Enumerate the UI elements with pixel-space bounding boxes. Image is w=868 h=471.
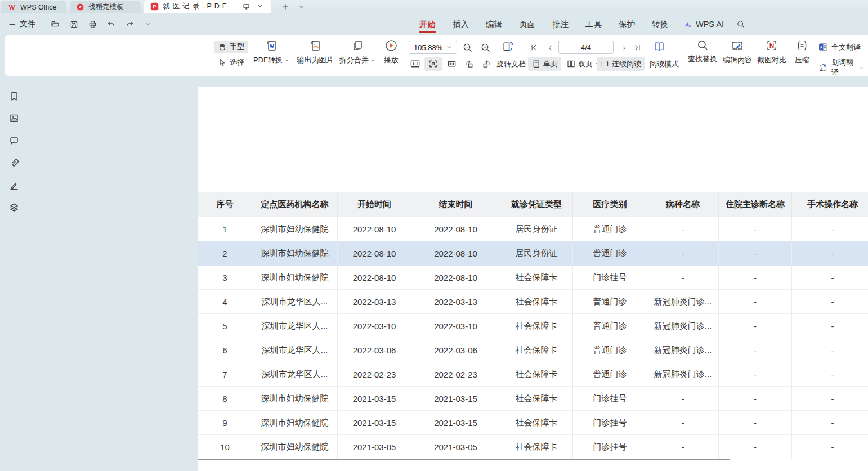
table-cell: 2022-08-10	[411, 266, 500, 290]
quickbar-chevron-icon[interactable]	[141, 17, 155, 31]
rotate-doc-label[interactable]: 旋转文档	[493, 57, 529, 71]
redo-icon[interactable]	[123, 17, 136, 31]
table-cell: 2022-08-10	[411, 241, 500, 266]
table-row[interactable]: 6深圳市龙华区人...2022-03-062022-03-06社会保障卡普通门诊…	[198, 338, 868, 362]
fit-page-button[interactable]	[424, 57, 442, 71]
actual-size-button[interactable]	[406, 57, 424, 71]
comment-icon[interactable]	[7, 133, 21, 148]
table-cell: 2021-03-15	[338, 387, 411, 411]
export-image-button[interactable]: 输出为图片	[293, 39, 338, 73]
first-page-button[interactable]	[527, 41, 541, 55]
rotate-left-icon	[464, 59, 475, 69]
tab-insert[interactable]: 插入	[444, 15, 477, 33]
select-tool-button[interactable]: 选择	[214, 56, 248, 69]
tab-tools[interactable]: 工具	[577, 15, 610, 33]
save-icon[interactable]	[67, 17, 80, 31]
table-row[interactable]: 7深圳市龙华区人...2022-02-232022-02-23社会保障卡普通门诊…	[198, 362, 868, 387]
table-cell: -	[719, 217, 792, 241]
tab-docer-templates[interactable]: 找稻壳模板	[70, 1, 141, 13]
table-cell: 4	[198, 290, 252, 314]
docer-icon	[76, 3, 84, 11]
table-row[interactable]: 5深圳市龙华区人...2022-03-102022-03-10社会保障卡普通门诊…	[198, 314, 868, 338]
thumbnail-icon[interactable]	[7, 111, 21, 125]
pdf-page[interactable]: 序号定点医药机构名称开始时间结束时间就诊凭证类型医疗类别病种名称住院主诊断名称手…	[198, 87, 868, 471]
table-cell: 新冠肺炎门诊...	[647, 362, 719, 387]
search-icon[interactable]	[734, 17, 748, 31]
fit-width-button[interactable]	[443, 57, 460, 71]
table-cell: 2022-03-13	[411, 290, 500, 314]
pdf-convert-button[interactable]: PDF转换	[250, 39, 293, 73]
bookmark-icon[interactable]	[7, 89, 21, 104]
page-number-input[interactable]	[558, 41, 614, 54]
tab-home[interactable]: 开始	[411, 15, 444, 33]
table-row[interactable]: 9深圳市妇幼保健院2021-03-152021-03-15社会保障卡门诊挂号--…	[198, 411, 868, 435]
hand-tool-button[interactable]: 手型	[214, 41, 248, 53]
monitor-icon[interactable]	[241, 2, 251, 12]
table-cell: -	[792, 290, 868, 314]
edit-content-button[interactable]: 编辑内容	[721, 39, 754, 73]
tab-pages[interactable]: 页面	[511, 15, 544, 33]
divider	[160, 19, 160, 29]
table-cell: 居民身份证	[500, 241, 573, 266]
zoom-level-value: 105.88%	[414, 43, 442, 52]
table-cell: 3	[198, 266, 252, 290]
table-row[interactable]: 10深圳市妇幼保健院2021-03-052021-03-05社会保障卡门诊挂号-…	[198, 435, 868, 459]
table-row[interactable]: 8深圳市妇幼保健院2021-03-152021-03-15社会保障卡门诊挂号--…	[198, 387, 868, 411]
continuous-read-button[interactable]: 连续阅读	[597, 57, 645, 71]
rotate-doc-icon[interactable]	[501, 39, 515, 53]
prev-page-button[interactable]	[543, 41, 557, 55]
split-merge-button[interactable]: 拆分合并	[335, 39, 379, 73]
close-icon[interactable]	[255, 2, 265, 12]
single-page-button[interactable]: 单页	[528, 57, 561, 71]
layers-icon[interactable]	[7, 200, 21, 215]
table-cell: -	[719, 435, 792, 459]
menu-row: 文件 开始 插入 编辑 页面 批注 工具 保护 转换 WPS AI	[0, 13, 868, 35]
read-mode-label[interactable]: 阅读模式	[646, 57, 682, 71]
table-row[interactable]: 3深圳市妇幼保健院2022-08-102022-08-10社会保障卡门诊挂号--…	[198, 266, 868, 290]
signature-icon[interactable]	[7, 178, 21, 193]
column-header: 开始时间	[338, 192, 411, 217]
chevron-down-icon	[284, 58, 289, 63]
tab-wps-ai[interactable]: WPS AI	[677, 20, 731, 29]
table-cell: 社会保障卡	[500, 290, 573, 314]
table-row[interactable]: 1深圳市妇幼保健院2022-08-102022-08-10居民身份证普通门诊--…	[198, 217, 868, 241]
word-translate-button[interactable]: 划词翻译	[814, 56, 868, 79]
tab-label: 就医记录.PDF	[163, 2, 237, 11]
table-row[interactable]: 2深圳市妇幼保健院2022-08-102022-08-10居民身份证普通门诊--…	[198, 241, 868, 266]
divider	[43, 19, 43, 29]
find-replace-button[interactable]: 查找替换	[686, 39, 719, 73]
table-cell: -	[719, 314, 792, 338]
play-button[interactable]: 播放	[378, 39, 404, 73]
file-menu-button[interactable]: 文件	[6, 19, 38, 29]
compress-button[interactable]: 压缩	[789, 39, 815, 73]
table-cell: 深圳市龙华区人...	[252, 338, 338, 362]
zoom-in-button[interactable]	[478, 41, 493, 55]
tab-list-chevron-icon[interactable]	[296, 2, 306, 12]
new-tab-button[interactable]	[280, 2, 290, 12]
tab-wps-office[interactable]: WPS Office	[1, 1, 66, 13]
screenshot-compare-button[interactable]: 截图对比	[754, 39, 789, 73]
table-cell: 2021-03-15	[338, 411, 411, 435]
tab-edit[interactable]: 编辑	[477, 15, 511, 33]
open-folder-icon[interactable]	[48, 17, 62, 31]
tab-comment[interactable]: 批注	[544, 15, 577, 33]
ribbon-toolbar: 手型 选择 PDF转换 输出为图片 拆分合并 播放 105.88% 旋转文档 单…	[5, 35, 868, 76]
last-page-button[interactable]	[630, 41, 645, 55]
file-menu-label: 文件	[20, 19, 35, 29]
print-icon[interactable]	[86, 17, 99, 31]
column-header: 定点医药机构名称	[252, 192, 338, 217]
tab-document-pdf[interactable]: P 就医记录.PDF	[144, 0, 271, 13]
table-row[interactable]: 4深圳市龙华区人...2022-03-132022-03-13社会保障卡普通门诊…	[198, 290, 868, 314]
tab-convert[interactable]: 转换	[643, 15, 677, 33]
next-page-button[interactable]	[617, 41, 631, 55]
table-cell: -	[647, 217, 719, 241]
tab-protect[interactable]: 保护	[610, 15, 643, 33]
attachment-icon[interactable]	[7, 156, 21, 171]
full-translate-button[interactable]: 全文翻译	[814, 41, 865, 53]
undo-icon[interactable]	[104, 17, 118, 31]
zoom-out-button[interactable]	[460, 41, 475, 55]
rotate-left-button[interactable]	[460, 57, 478, 71]
zoom-level-dropdown[interactable]: 105.88%	[409, 41, 457, 54]
table-cell: 2022-03-06	[338, 338, 411, 362]
read-mode-book-icon[interactable]	[652, 39, 666, 53]
